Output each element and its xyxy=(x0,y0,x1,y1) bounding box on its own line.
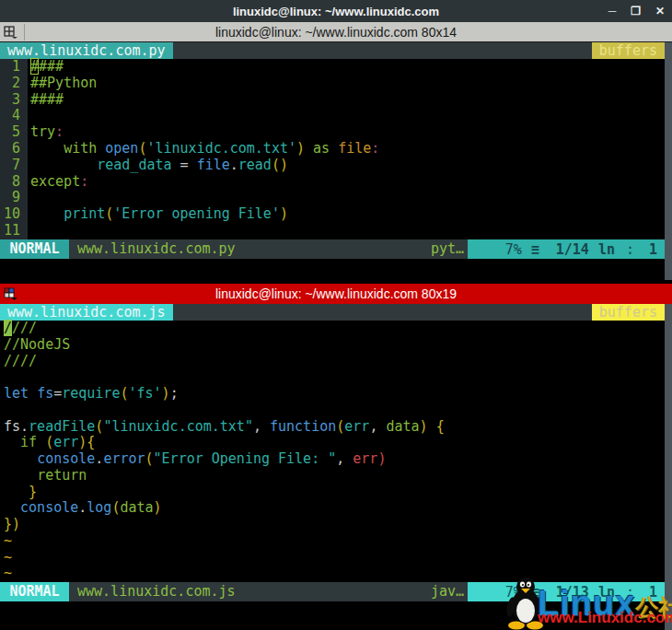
token: : xyxy=(371,140,379,157)
code-line: 7 read_data = file.read() xyxy=(0,158,665,174)
line-number: 11 xyxy=(0,223,28,239)
pane1-code[interactable]: 1####2##Python3####45try:6 with open('li… xyxy=(0,59,665,239)
pane1-buffer-tab[interactable]: www.linuxidc.com.py xyxy=(0,42,173,59)
token: , xyxy=(369,418,386,435)
pane2-column: 1 xyxy=(649,584,657,601)
token: ) xyxy=(162,385,170,402)
window-controls: ─ ❐ ✕ xyxy=(608,0,665,22)
token xyxy=(4,499,20,516)
pane1-line-position: 1/14 xyxy=(556,241,589,258)
token: "linuxidc.com.txt" xyxy=(103,418,253,435)
token xyxy=(330,140,338,157)
code-text: ##Python xyxy=(28,76,97,92)
token: ( xyxy=(105,205,113,222)
code-text xyxy=(0,402,4,419)
code-text: let fs=require('fs'); xyxy=(0,386,179,402)
layout-grid-icon[interactable] xyxy=(4,24,25,41)
pane2-bufferline: www.linuxidc.com.js buffers xyxy=(0,304,672,321)
token: ){ xyxy=(78,434,95,450)
code-text: console.log(data) xyxy=(0,500,162,517)
line-number: 9 xyxy=(0,190,28,206)
line-number: 1 xyxy=(0,59,28,76)
token: }) xyxy=(4,516,20,532)
pane2-filename: www.linuxidc.com.js xyxy=(77,582,431,601)
window-titlebar[interactable]: linuxidc@linux: ~/www.linuxidc.com ─ ❐ ✕ xyxy=(0,0,672,22)
pane1-bufferline-spacer xyxy=(173,42,592,59)
window-title: linuxidc@linux: ~/www.linuxidc.com xyxy=(233,5,439,18)
token: err xyxy=(344,418,369,435)
token: open xyxy=(105,140,138,157)
code-line: 11 xyxy=(0,223,665,239)
token: as xyxy=(313,140,330,157)
maximize-icon[interactable]: ❐ xyxy=(631,5,641,18)
token: ### xyxy=(39,58,64,75)
token: ( xyxy=(45,434,53,450)
token: with xyxy=(64,140,97,157)
token xyxy=(29,385,37,402)
token: } xyxy=(29,484,37,500)
token xyxy=(30,157,97,173)
code-text: ~ xyxy=(0,566,12,582)
pane2-scrollbar[interactable] xyxy=(665,304,672,630)
token xyxy=(4,484,29,500)
token: #### xyxy=(30,91,64,108)
code-line: 4 xyxy=(0,108,665,124)
token: try xyxy=(30,123,55,140)
pane1-buffers-label[interactable]: buffers xyxy=(592,42,665,59)
pane2-code[interactable]: //////NodeJS////let fs=require('fs');fs.… xyxy=(0,321,665,582)
pane1-bufferline: www.linuxidc.com.py buffers xyxy=(0,42,672,59)
token: console xyxy=(37,450,95,467)
token: = xyxy=(172,157,197,173)
token: ) xyxy=(420,418,428,435)
code-text xyxy=(28,190,30,206)
token: ~ xyxy=(4,565,12,581)
terminal1-titlebar[interactable]: linuxidc@linux: ~/www.linuxidc.com 80x14 xyxy=(0,22,672,42)
pane2-buffers-label[interactable]: buffers xyxy=(592,304,665,321)
code-text: try: xyxy=(28,124,64,141)
token: fs xyxy=(37,385,53,402)
token: fs xyxy=(4,418,20,435)
code-line: 9 xyxy=(0,190,665,206)
line-number: 7 xyxy=(0,158,28,174)
minimize-icon[interactable]: ─ xyxy=(608,5,617,18)
line-number: 2 xyxy=(0,76,28,92)
token xyxy=(4,450,37,467)
hamburger-icon: ≡ xyxy=(531,584,539,601)
pane1-scrollbar[interactable] xyxy=(665,42,672,280)
pane2-buffer-tab[interactable]: www.linuxidc.com.js xyxy=(0,304,173,321)
code-text: except: xyxy=(28,174,88,191)
code-line: 3#### xyxy=(0,92,665,109)
close-icon[interactable]: ✕ xyxy=(655,5,665,18)
token: error xyxy=(103,450,145,467)
token: ##Python xyxy=(30,75,97,91)
line-number: 5 xyxy=(0,124,28,141)
layout-grid-icon-focused[interactable] xyxy=(4,286,24,302)
pane1-ln-label: ln xyxy=(598,241,615,258)
token: except xyxy=(30,173,80,190)
code-line: 10 print('Error opening File') xyxy=(0,206,665,223)
pane1-statusbar: NORMAL www.linuxidc.com.py pyt… 7% ≡ 1/1… xyxy=(0,239,665,259)
token: () xyxy=(272,157,288,173)
pane2-statusbar: NORMAL www.linuxidc.com.js jav… 7% ≡ 1/1… xyxy=(0,582,665,601)
code-line xyxy=(0,402,665,419)
code-text: console.error("Error Opening File: ", er… xyxy=(0,451,386,468)
token: let xyxy=(4,385,29,402)
token xyxy=(30,140,64,157)
token: 'fs' xyxy=(128,385,161,402)
code-line: ~ xyxy=(0,566,665,582)
terminal2-titlebar[interactable]: linuxidc@linux: ~/www.linuxidc.com 80x19 xyxy=(0,284,672,304)
code-line: 1#### xyxy=(0,59,665,76)
token: err xyxy=(53,434,78,450)
token: = xyxy=(53,385,62,402)
token xyxy=(4,434,20,450)
code-text xyxy=(28,108,30,124)
token: ; xyxy=(170,385,179,402)
token xyxy=(30,205,64,222)
token: 'linuxidc.com.txt' xyxy=(146,140,296,157)
token: if xyxy=(20,434,37,450)
token: file xyxy=(197,157,230,173)
token: . xyxy=(20,418,29,435)
code-line: ~ xyxy=(0,550,665,566)
code-line xyxy=(0,369,665,386)
code-text xyxy=(0,369,4,386)
